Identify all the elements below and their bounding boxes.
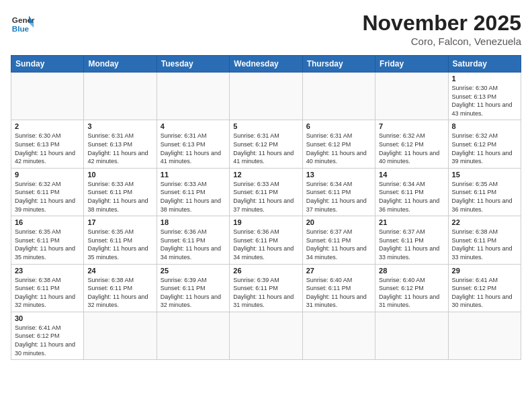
calendar-day-cell xyxy=(157,312,229,359)
day-number: 30 xyxy=(15,314,80,322)
calendar-day-cell xyxy=(84,73,157,120)
calendar-day-cell: 2Sunrise: 6:30 AM Sunset: 6:13 PM Daylig… xyxy=(11,120,84,168)
calendar-day-cell xyxy=(230,312,302,359)
day-number: 23 xyxy=(15,267,80,275)
calendar-day-cell: 3Sunrise: 6:31 AM Sunset: 6:13 PM Daylig… xyxy=(84,120,157,168)
day-info: Sunrise: 6:31 AM Sunset: 6:12 PM Dayligh… xyxy=(233,132,298,165)
calendar-day-cell xyxy=(84,312,157,359)
calendar-week-row: 1Sunrise: 6:30 AM Sunset: 6:13 PM Daylig… xyxy=(11,73,521,120)
calendar-day-cell xyxy=(375,312,448,359)
day-info: Sunrise: 6:32 AM Sunset: 6:11 PM Dayligh… xyxy=(15,180,80,214)
calendar-day-cell xyxy=(11,73,84,120)
calendar-day-cell: 10Sunrise: 6:33 AM Sunset: 6:11 PM Dayli… xyxy=(84,168,157,216)
calendar-day-cell: 4Sunrise: 6:31 AM Sunset: 6:13 PM Daylig… xyxy=(157,120,229,168)
calendar-day-cell: 23Sunrise: 6:38 AM Sunset: 6:11 PM Dayli… xyxy=(11,264,84,312)
calendar-day-cell: 18Sunrise: 6:36 AM Sunset: 6:11 PM Dayli… xyxy=(157,216,229,264)
calendar-week-row: 30Sunrise: 6:41 AM Sunset: 6:12 PM Dayli… xyxy=(11,312,521,359)
calendar-day-cell: 8Sunrise: 6:32 AM Sunset: 6:12 PM Daylig… xyxy=(448,120,521,168)
day-info: Sunrise: 6:32 AM Sunset: 6:12 PM Dayligh… xyxy=(452,132,517,165)
day-of-week-header: Monday xyxy=(84,56,157,73)
calendar-day-cell xyxy=(302,312,375,359)
day-number: 6 xyxy=(306,122,371,130)
month-title: November 2025 xyxy=(362,11,521,36)
day-number: 5 xyxy=(233,122,298,130)
day-info: Sunrise: 6:33 AM Sunset: 6:11 PM Dayligh… xyxy=(87,180,152,214)
calendar-day-cell: 6Sunrise: 6:31 AM Sunset: 6:12 PM Daylig… xyxy=(302,120,375,168)
day-number: 10 xyxy=(87,171,152,179)
day-info: Sunrise: 6:31 AM Sunset: 6:12 PM Dayligh… xyxy=(306,132,371,165)
day-of-week-header: Saturday xyxy=(448,56,521,73)
calendar-day-cell: 13Sunrise: 6:34 AM Sunset: 6:11 PM Dayli… xyxy=(302,168,375,216)
calendar-day-cell: 7Sunrise: 6:32 AM Sunset: 6:12 PM Daylig… xyxy=(375,120,448,168)
calendar-day-cell: 11Sunrise: 6:33 AM Sunset: 6:11 PM Dayli… xyxy=(157,168,229,216)
day-info: Sunrise: 6:34 AM Sunset: 6:11 PM Dayligh… xyxy=(379,180,444,214)
day-of-week-header: Friday xyxy=(375,56,448,73)
day-of-week-header: Thursday xyxy=(302,56,375,73)
day-info: Sunrise: 6:37 AM Sunset: 6:11 PM Dayligh… xyxy=(379,228,444,261)
calendar-day-cell xyxy=(375,73,448,120)
calendar-day-cell: 9Sunrise: 6:32 AM Sunset: 6:11 PM Daylig… xyxy=(11,168,84,216)
day-number: 2 xyxy=(15,122,80,130)
day-number: 17 xyxy=(87,218,152,226)
calendar-day-cell: 17Sunrise: 6:35 AM Sunset: 6:11 PM Dayli… xyxy=(84,216,157,264)
calendar-day-cell: 5Sunrise: 6:31 AM Sunset: 6:12 PM Daylig… xyxy=(230,120,302,168)
day-number: 4 xyxy=(161,122,226,130)
svg-marker-3 xyxy=(29,23,34,28)
day-info: Sunrise: 6:39 AM Sunset: 6:11 PM Dayligh… xyxy=(161,276,226,310)
day-number: 19 xyxy=(233,218,298,226)
day-number: 24 xyxy=(87,267,152,275)
svg-text:Blue: Blue xyxy=(12,24,30,33)
day-info: Sunrise: 6:38 AM Sunset: 6:11 PM Dayligh… xyxy=(452,228,517,261)
calendar-day-cell: 16Sunrise: 6:35 AM Sunset: 6:11 PM Dayli… xyxy=(11,216,84,264)
calendar-day-cell: 25Sunrise: 6:39 AM Sunset: 6:11 PM Dayli… xyxy=(157,264,229,312)
day-info: Sunrise: 6:31 AM Sunset: 6:13 PM Dayligh… xyxy=(161,132,226,165)
day-number: 12 xyxy=(233,171,298,179)
calendar-week-row: 23Sunrise: 6:38 AM Sunset: 6:11 PM Dayli… xyxy=(11,264,521,312)
calendar-header-row: SundayMondayTuesdayWednesdayThursdayFrid… xyxy=(11,56,521,73)
day-info: Sunrise: 6:41 AM Sunset: 6:12 PM Dayligh… xyxy=(452,276,517,310)
day-of-week-header: Tuesday xyxy=(157,56,229,73)
day-info: Sunrise: 6:36 AM Sunset: 6:11 PM Dayligh… xyxy=(161,228,226,261)
day-number: 28 xyxy=(379,267,444,275)
calendar-day-cell: 1Sunrise: 6:30 AM Sunset: 6:13 PM Daylig… xyxy=(448,73,521,120)
day-info: Sunrise: 6:30 AM Sunset: 6:13 PM Dayligh… xyxy=(15,132,80,165)
page-header: General Blue November 2025 Coro, Falcon,… xyxy=(11,11,521,47)
day-info: Sunrise: 6:38 AM Sunset: 6:11 PM Dayligh… xyxy=(15,276,80,310)
day-info: Sunrise: 6:35 AM Sunset: 6:11 PM Dayligh… xyxy=(452,180,517,214)
day-number: 1 xyxy=(452,75,517,83)
day-info: Sunrise: 6:35 AM Sunset: 6:11 PM Dayligh… xyxy=(15,228,80,261)
day-info: Sunrise: 6:32 AM Sunset: 6:12 PM Dayligh… xyxy=(379,132,444,165)
calendar-day-cell: 14Sunrise: 6:34 AM Sunset: 6:11 PM Dayli… xyxy=(375,168,448,216)
calendar-day-cell: 27Sunrise: 6:40 AM Sunset: 6:11 PM Dayli… xyxy=(302,264,375,312)
day-number: 11 xyxy=(161,171,226,179)
calendar-day-cell: 15Sunrise: 6:35 AM Sunset: 6:11 PM Dayli… xyxy=(448,168,521,216)
calendar-day-cell xyxy=(230,73,302,120)
day-info: Sunrise: 6:30 AM Sunset: 6:13 PM Dayligh… xyxy=(452,84,517,118)
day-number: 26 xyxy=(233,267,298,275)
day-number: 21 xyxy=(379,218,444,226)
day-number: 8 xyxy=(452,122,517,130)
calendar-day-cell: 22Sunrise: 6:38 AM Sunset: 6:11 PM Dayli… xyxy=(448,216,521,264)
day-of-week-header: Wednesday xyxy=(230,56,302,73)
title-block: November 2025 Coro, Falcon, Venezuela xyxy=(362,11,521,47)
day-info: Sunrise: 6:33 AM Sunset: 6:11 PM Dayligh… xyxy=(233,180,298,214)
logo-icon: General Blue xyxy=(11,11,35,35)
day-number: 18 xyxy=(161,218,226,226)
location: Coro, Falcon, Venezuela xyxy=(362,36,521,47)
calendar-day-cell: 24Sunrise: 6:38 AM Sunset: 6:11 PM Dayli… xyxy=(84,264,157,312)
day-number: 13 xyxy=(306,171,371,179)
calendar-day-cell: 29Sunrise: 6:41 AM Sunset: 6:12 PM Dayli… xyxy=(448,264,521,312)
day-info: Sunrise: 6:34 AM Sunset: 6:11 PM Dayligh… xyxy=(306,180,371,214)
day-info: Sunrise: 6:41 AM Sunset: 6:12 PM Dayligh… xyxy=(15,324,80,357)
calendar-day-cell: 21Sunrise: 6:37 AM Sunset: 6:11 PM Dayli… xyxy=(375,216,448,264)
day-info: Sunrise: 6:31 AM Sunset: 6:13 PM Dayligh… xyxy=(87,132,152,165)
day-number: 14 xyxy=(379,171,444,179)
day-number: 22 xyxy=(452,218,517,226)
day-number: 15 xyxy=(452,171,517,179)
day-number: 25 xyxy=(161,267,226,275)
day-info: Sunrise: 6:38 AM Sunset: 6:11 PM Dayligh… xyxy=(87,276,152,310)
day-number: 7 xyxy=(379,122,444,130)
calendar-day-cell: 30Sunrise: 6:41 AM Sunset: 6:12 PM Dayli… xyxy=(11,312,84,359)
calendar-day-cell: 26Sunrise: 6:39 AM Sunset: 6:11 PM Dayli… xyxy=(230,264,302,312)
calendar-day-cell: 20Sunrise: 6:37 AM Sunset: 6:11 PM Dayli… xyxy=(302,216,375,264)
